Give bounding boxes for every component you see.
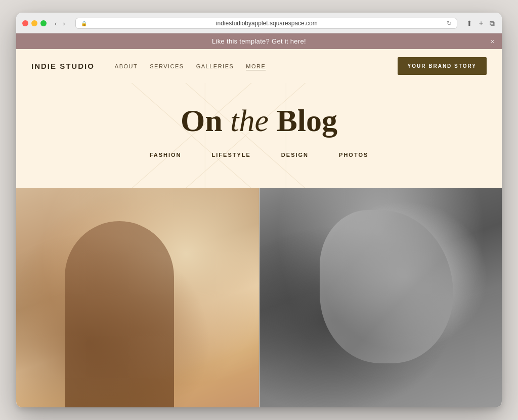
site-logo[interactable]: INDIE STUDIO [31,62,95,70]
maximize-button[interactable] [40,20,47,26]
announcement-bar: Like this template? Get it here! × [16,33,502,49]
nav-links: ABOUT SERVICES GALLERIES MORE [115,63,266,69]
address-bar[interactable]: 🔒 indiestudiobyapplet.squarespace.com ↻ [75,18,457,29]
minimize-button[interactable] [31,20,37,26]
announcement-close[interactable]: × [491,37,495,46]
hero-title-italic: the [230,103,269,138]
nav-galleries[interactable]: GALLERIES [196,63,234,69]
traffic-lights [22,20,47,26]
category-photos[interactable]: PHOTOS [339,152,368,158]
browser-actions: ⬆ ＋ ⧉ [465,18,496,29]
category-design[interactable]: DESIGN [281,152,309,158]
share-icon[interactable]: ⬆ [465,18,473,28]
announcement-text: Like this template? Get it here! [212,37,306,45]
url-text: indiestudiobyapplet.squarespace.com [90,20,444,27]
blog-post-2[interactable] [260,188,502,407]
forward-button[interactable]: › [61,19,67,28]
website-content: Like this template? Get it here! × INDIE… [16,33,502,407]
category-fashion[interactable]: FASHION [150,152,182,158]
close-button[interactable] [22,20,28,26]
nav-more[interactable]: MORE [246,63,266,69]
navigation: INDIE STUDIO ABOUT SERVICES GALLERIES MO… [16,49,502,83]
browser-window: ‹ › 🔒 indiestudiobyapplet.squarespace.co… [16,13,502,407]
browser-nav-controls: ‹ › [53,19,67,28]
nav-about[interactable]: ABOUT [115,63,138,69]
browser-chrome: ‹ › 🔒 indiestudiobyapplet.squarespace.co… [16,13,502,33]
hero-title-on: On [181,103,230,138]
windows-icon[interactable]: ⧉ [489,18,496,29]
hero-title: On the Blog [31,103,487,138]
back-button[interactable]: ‹ [53,19,59,28]
hero-section: On the Blog FASHION LIFESTYLE DESIGN PHO… [16,83,502,188]
new-tab-icon[interactable]: ＋ [477,18,486,29]
cta-button[interactable]: YOUR BRAND STORY [398,57,487,75]
lock-icon: 🔒 [81,21,87,26]
blog-categories: FASHION LIFESTYLE DESIGN PHOTOS [31,152,487,173]
nav-services[interactable]: SERVICES [150,63,184,69]
hero-title-blog: Blog [269,103,337,138]
blog-post-1[interactable] [16,188,259,407]
blog-grid [16,188,502,407]
refresh-icon[interactable]: ↻ [447,20,452,27]
category-lifestyle[interactable]: LIFESTYLE [212,152,251,158]
